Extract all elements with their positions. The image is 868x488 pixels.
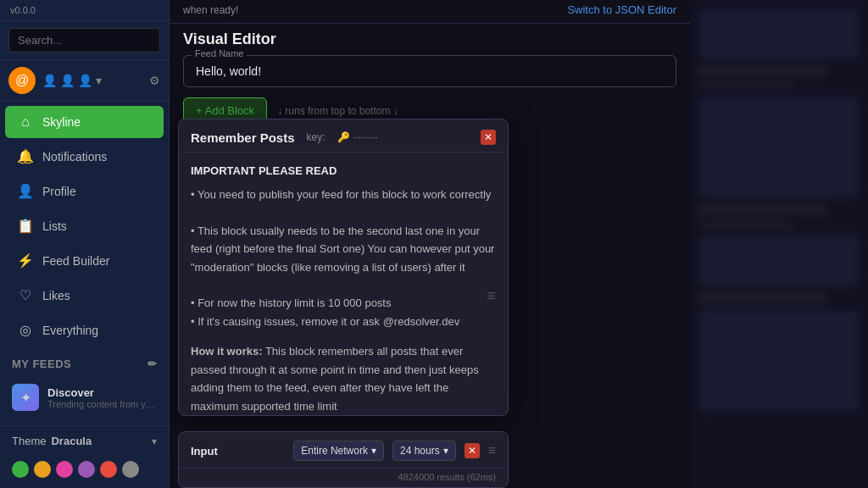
my-feeds-header: My Feeds ✏ [0,351,169,377]
sidebar-item-label: Notifications [42,150,107,164]
input-label: Input [191,445,218,458]
sidebar-item-skyline[interactable]: ⌂ Skyline [5,106,164,138]
person-icon: 👤 [17,183,34,199]
feed-name-label: Feed Name [192,48,247,58]
sidebar-item-label: Skyline [42,115,81,129]
feed-info: Discover Trending content from yo... [47,386,158,409]
list-icon: 📋 [17,218,34,234]
modal-text: • You need to publish your feed for this… [191,186,496,331]
dropdown-chevron[interactable]: ▾ [96,74,102,87]
feed-name-input[interactable] [183,55,676,87]
modal-header: Remember Posts key: 🔑 ········· ✕ [179,119,508,152]
close-icon: ✕ [468,445,476,457]
input-results: 4824000 results (62ms) [179,469,508,487]
input-controls: Entire Network ▾ 24 hours ▾ ✕ ≡ [293,441,496,461]
modal-close-button[interactable]: ✕ [481,130,496,145]
editor-title: Visual Editor [183,30,276,48]
avatar[interactable]: @ [8,67,36,94]
switch-to-json-button[interactable]: Switch to JSON Editor [567,3,676,16]
swatch-pink[interactable] [56,461,73,478]
sidebar-footer: Theme Dracula ▾ [0,425,169,488]
search-input[interactable] [8,28,160,53]
time-dropdown[interactable]: 24 hours ▾ [392,441,456,461]
swatch-orange[interactable] [34,461,51,478]
swatch-green[interactable] [12,461,29,478]
circle-icon: ◎ [17,322,34,338]
modal-key-value: 🔑 ········· [337,131,378,143]
top-bar: when ready! Switch to JSON Editor [170,0,690,24]
account-bar: @ 👤 👤 👤 ▾ ⚙ [0,60,169,102]
theme-name: Dracula [51,435,92,447]
network-chevron: ▾ [371,445,376,457]
main-content: when ready! Switch to JSON Editor Visual… [170,0,690,488]
sidebar-item-notifications[interactable]: 🔔 Notifications [5,140,164,173]
editor-header: Visual Editor [170,24,690,55]
gear-icon[interactable]: ⚙ [149,74,160,87]
important-heading: IMPORTANT PLEASE READ [191,163,496,180]
theme-selector[interactable]: Theme Dracula ▾ [0,426,169,456]
avatar-icon-3: 👤 [78,74,92,87]
sidebar-item-profile[interactable]: 👤 Profile [5,175,164,208]
network-option: Entire Network [301,445,368,457]
search-container [0,21,169,60]
color-swatches [0,456,169,488]
chevron-down-icon: ▾ [152,435,157,447]
swatch-red[interactable] [100,461,117,478]
sidebar-item-label: Likes [42,289,70,302]
feed-item-discover[interactable]: ✦ Discover Trending content from yo... [0,377,169,418]
avatar-icon-2: 👤 [60,74,75,87]
bell-icon: 🔔 [17,148,34,164]
input-close-button[interactable]: ✕ [465,443,480,458]
feed-description: Trending content from yo... [47,399,158,409]
add-block-label: + Add Block [196,104,254,117]
bullet-4: • If it's causing issues, remove it or a… [191,313,496,330]
flow-label: ↓ runs from top to bottom ↓ [277,105,398,117]
feed-name-field: Feed Name [183,55,676,87]
modal-how-it-works: How it works: This block remembers all p… [191,342,496,415]
my-feeds-label: My Feeds [12,358,71,370]
lightning-icon: ⚡ [17,252,34,269]
sidebar-item-label: Everything [42,324,98,337]
modal-title: Remember Posts [191,130,295,145]
time-chevron: ▾ [443,445,448,457]
modal-key-label: key: [307,131,326,143]
input-bar: Input Entire Network ▾ 24 hours ▾ ✕ ≡ 48… [178,431,509,488]
swatch-gray[interactable] [122,461,139,478]
bullet-1: • You need to publish your feed for this… [191,186,496,203]
right-panel [690,0,868,488]
how-it-works-heading: How it works: [191,345,263,358]
sidebar-nav: ⌂ Skyline 🔔 Notifications 👤 Profile 📋 Li… [0,102,169,351]
avatar-icon-1: 👤 [42,74,57,87]
heart-icon: ♡ [17,287,34,303]
home-icon: ⌂ [17,114,34,130]
time-option: 24 hours [400,445,440,457]
input-drag-icon[interactable]: ≡ [488,443,496,458]
close-icon: ✕ [484,131,492,143]
feed-name: Discover [47,386,158,399]
swatch-purple[interactable] [78,461,95,478]
sidebar-item-likes[interactable]: ♡ Likes [5,279,164,312]
sidebar: v0.0.0 @ 👤 👤 👤 ▾ ⚙ ⌂ Skyline 🔔 Notificat… [0,0,170,488]
edit-icon[interactable]: ✏ [147,358,158,370]
sidebar-item-label: Lists [42,219,67,233]
theme-label: Theme [12,435,46,447]
remember-posts-modal: Remember Posts key: 🔑 ········· ✕ IMPORT… [178,119,509,416]
input-bar-header: Input Entire Network ▾ 24 hours ▾ ✕ ≡ [179,432,508,469]
sidebar-item-feed-builder[interactable]: ⚡ Feed Builder [5,244,164,277]
sidebar-item-label: Profile [42,185,76,198]
sidebar-item-everything[interactable]: ◎ Everything [5,313,164,347]
bullet-2: • This block usually needs to be the sec… [191,222,496,276]
drag-handle-icon[interactable]: ≡ [487,284,496,308]
top-bar-text: when ready! [183,4,238,16]
feed-avatar: ✦ [12,384,39,411]
network-dropdown[interactable]: Entire Network ▾ [293,441,384,461]
sidebar-item-lists[interactable]: 📋 Lists [5,209,164,242]
modal-body[interactable]: IMPORTANT PLEASE READ • You need to publ… [179,152,508,415]
sidebar-item-label: Feed Builder [42,254,109,268]
bullet-3: • For now the history limit is 10 000 po… [191,294,496,312]
blurred-background [690,0,868,488]
account-icons: 👤 👤 👤 ▾ [42,74,142,87]
app-version: v0.0.0 [0,0,169,21]
